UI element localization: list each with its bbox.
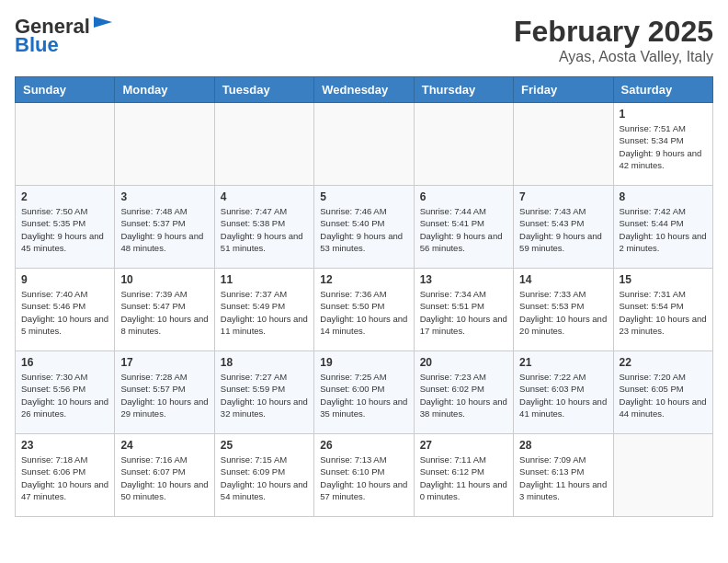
day-info: Sunrise: 7:31 AM Sunset: 5:54 PM Dayligh…: [620, 288, 707, 337]
day-info: Sunrise: 7:28 AM Sunset: 5:57 PM Dayligh…: [120, 371, 208, 419]
day-number: 2: [21, 190, 108, 203]
day-info: Sunrise: 7:27 AM Sunset: 5:59 PM Dayligh…: [221, 371, 308, 419]
day-info: Sunrise: 7:37 AM Sunset: 5:49 PM Dayligh…: [221, 288, 308, 337]
day-number: 22: [620, 356, 707, 369]
day-info: Sunrise: 7:33 AM Sunset: 5:53 PM Dayligh…: [519, 288, 607, 337]
calendar-cell: 21Sunrise: 7:22 AM Sunset: 6:03 PM Dayli…: [514, 351, 613, 434]
calendar-cell: [214, 103, 313, 186]
day-number: 1: [620, 108, 707, 121]
day-info: Sunrise: 7:22 AM Sunset: 6:03 PM Dayligh…: [519, 371, 607, 419]
weekday-header-friday: Friday: [514, 77, 613, 103]
day-number: 6: [420, 190, 507, 203]
day-number: 3: [120, 190, 208, 203]
calendar-cell: 10Sunrise: 7:39 AM Sunset: 5:47 PM Dayli…: [115, 269, 214, 351]
day-number: 8: [620, 190, 707, 203]
day-info: Sunrise: 7:09 AM Sunset: 6:13 PM Dayligh…: [519, 454, 607, 502]
weekday-header-row: SundayMondayTuesdayWednesdayThursdayFrid…: [16, 77, 713, 103]
day-info: Sunrise: 7:34 AM Sunset: 5:51 PM Dayligh…: [420, 288, 507, 337]
page-header: General General Blue February 2025 Ayas,…: [15, 15, 713, 65]
calendar-cell: 15Sunrise: 7:31 AM Sunset: 5:54 PM Dayli…: [613, 269, 712, 351]
day-info: Sunrise: 7:43 AM Sunset: 5:43 PM Dayligh…: [519, 205, 607, 254]
weekday-header-tuesday: Tuesday: [214, 77, 313, 103]
day-number: 27: [420, 439, 507, 452]
week-row-5: 23Sunrise: 7:18 AM Sunset: 6:06 PM Dayli…: [16, 434, 713, 517]
calendar-cell: 19Sunrise: 7:25 AM Sunset: 6:00 PM Dayli…: [314, 351, 414, 434]
day-info: Sunrise: 7:50 AM Sunset: 5:35 PM Dayligh…: [21, 205, 108, 254]
calendar-cell: 16Sunrise: 7:30 AM Sunset: 5:56 PM Dayli…: [16, 351, 115, 434]
day-number: 9: [21, 273, 108, 286]
weekday-header-saturday: Saturday: [613, 77, 712, 103]
calendar-cell: 26Sunrise: 7:13 AM Sunset: 6:10 PM Dayli…: [314, 434, 414, 517]
week-row-2: 2Sunrise: 7:50 AM Sunset: 5:35 PM Daylig…: [16, 186, 713, 269]
month-title: February 2025: [514, 15, 713, 49]
day-info: Sunrise: 7:25 AM Sunset: 6:00 PM Dayligh…: [320, 371, 407, 419]
weekday-header-monday: Monday: [115, 77, 214, 103]
day-number: 15: [620, 273, 707, 286]
day-info: Sunrise: 7:11 AM Sunset: 6:12 PM Dayligh…: [420, 454, 507, 502]
day-info: Sunrise: 7:18 AM Sunset: 6:06 PM Dayligh…: [21, 454, 108, 502]
calendar-cell: [514, 103, 613, 186]
weekday-header-sunday: Sunday: [16, 77, 115, 103]
logo-flag-icon: [92, 17, 112, 33]
day-number: 23: [21, 439, 108, 452]
calendar-cell: 2Sunrise: 7:50 AM Sunset: 5:35 PM Daylig…: [16, 186, 115, 269]
calendar-cell: 3Sunrise: 7:48 AM Sunset: 5:37 PM Daylig…: [115, 186, 214, 269]
day-number: 14: [519, 273, 607, 286]
day-number: 13: [420, 273, 507, 286]
logo-blue: Blue: [15, 33, 59, 57]
day-number: 21: [519, 356, 607, 369]
calendar-cell: 6Sunrise: 7:44 AM Sunset: 5:41 PM Daylig…: [414, 186, 513, 269]
day-number: 24: [120, 439, 208, 452]
calendar-cell: 23Sunrise: 7:18 AM Sunset: 6:06 PM Dayli…: [16, 434, 115, 517]
week-row-1: 1Sunrise: 7:51 AM Sunset: 5:34 PM Daylig…: [16, 103, 713, 186]
calendar-cell: 17Sunrise: 7:28 AM Sunset: 5:57 PM Dayli…: [115, 351, 214, 434]
calendar-cell: 27Sunrise: 7:11 AM Sunset: 6:12 PM Dayli…: [414, 434, 513, 517]
day-info: Sunrise: 7:20 AM Sunset: 6:05 PM Dayligh…: [620, 371, 707, 419]
title-block: February 2025 Ayas, Aosta Valley, Italy: [514, 15, 713, 65]
day-number: 18: [221, 356, 308, 369]
calendar-cell: 22Sunrise: 7:20 AM Sunset: 6:05 PM Dayli…: [613, 351, 712, 434]
weekday-header-thursday: Thursday: [414, 77, 513, 103]
calendar-cell: 13Sunrise: 7:34 AM Sunset: 5:51 PM Dayli…: [414, 269, 513, 351]
day-number: 19: [320, 356, 407, 369]
calendar-cell: 9Sunrise: 7:40 AM Sunset: 5:46 PM Daylig…: [16, 269, 115, 351]
calendar-cell: 25Sunrise: 7:15 AM Sunset: 6:09 PM Dayli…: [214, 434, 313, 517]
weekday-header-wednesday: Wednesday: [314, 77, 414, 103]
day-info: Sunrise: 7:46 AM Sunset: 5:40 PM Dayligh…: [320, 205, 407, 254]
day-info: Sunrise: 7:15 AM Sunset: 6:09 PM Dayligh…: [221, 454, 308, 502]
calendar-cell: 12Sunrise: 7:36 AM Sunset: 5:50 PM Dayli…: [314, 269, 414, 351]
day-number: 10: [120, 273, 208, 286]
calendar-cell: 8Sunrise: 7:42 AM Sunset: 5:44 PM Daylig…: [613, 186, 712, 269]
svg-marker-1: [94, 17, 112, 28]
day-number: 20: [420, 356, 507, 369]
day-number: 4: [221, 190, 308, 203]
day-info: Sunrise: 7:39 AM Sunset: 5:47 PM Dayligh…: [120, 288, 208, 337]
calendar-cell: 28Sunrise: 7:09 AM Sunset: 6:13 PM Dayli…: [514, 434, 613, 517]
calendar-cell: 7Sunrise: 7:43 AM Sunset: 5:43 PM Daylig…: [514, 186, 613, 269]
day-number: 26: [320, 439, 407, 452]
calendar-cell: 14Sunrise: 7:33 AM Sunset: 5:53 PM Dayli…: [514, 269, 613, 351]
day-info: Sunrise: 7:47 AM Sunset: 5:38 PM Dayligh…: [221, 205, 308, 254]
day-number: 12: [320, 273, 407, 286]
calendar-table: SundayMondayTuesdayWednesdayThursdayFrid…: [15, 76, 713, 517]
location-title: Ayas, Aosta Valley, Italy: [514, 49, 713, 65]
day-number: 16: [21, 356, 108, 369]
day-number: 17: [120, 356, 208, 369]
day-info: Sunrise: 7:40 AM Sunset: 5:46 PM Dayligh…: [21, 288, 108, 337]
day-info: Sunrise: 7:44 AM Sunset: 5:41 PM Dayligh…: [420, 205, 507, 254]
day-number: 25: [221, 439, 308, 452]
week-row-3: 9Sunrise: 7:40 AM Sunset: 5:46 PM Daylig…: [16, 269, 713, 351]
day-info: Sunrise: 7:30 AM Sunset: 5:56 PM Dayligh…: [21, 371, 108, 419]
logo: General General Blue: [15, 15, 112, 57]
calendar-cell: 5Sunrise: 7:46 AM Sunset: 5:40 PM Daylig…: [314, 186, 414, 269]
day-number: 28: [519, 439, 607, 452]
calendar-cell: 1Sunrise: 7:51 AM Sunset: 5:34 PM Daylig…: [613, 103, 712, 186]
calendar-cell: 4Sunrise: 7:47 AM Sunset: 5:38 PM Daylig…: [214, 186, 313, 269]
day-number: 11: [221, 273, 308, 286]
day-info: Sunrise: 7:42 AM Sunset: 5:44 PM Dayligh…: [620, 205, 707, 254]
calendar-cell: 11Sunrise: 7:37 AM Sunset: 5:49 PM Dayli…: [214, 269, 313, 351]
day-info: Sunrise: 7:36 AM Sunset: 5:50 PM Dayligh…: [320, 288, 407, 337]
week-row-4: 16Sunrise: 7:30 AM Sunset: 5:56 PM Dayli…: [16, 351, 713, 434]
day-number: 5: [320, 190, 407, 203]
calendar-cell: 18Sunrise: 7:27 AM Sunset: 5:59 PM Dayli…: [214, 351, 313, 434]
